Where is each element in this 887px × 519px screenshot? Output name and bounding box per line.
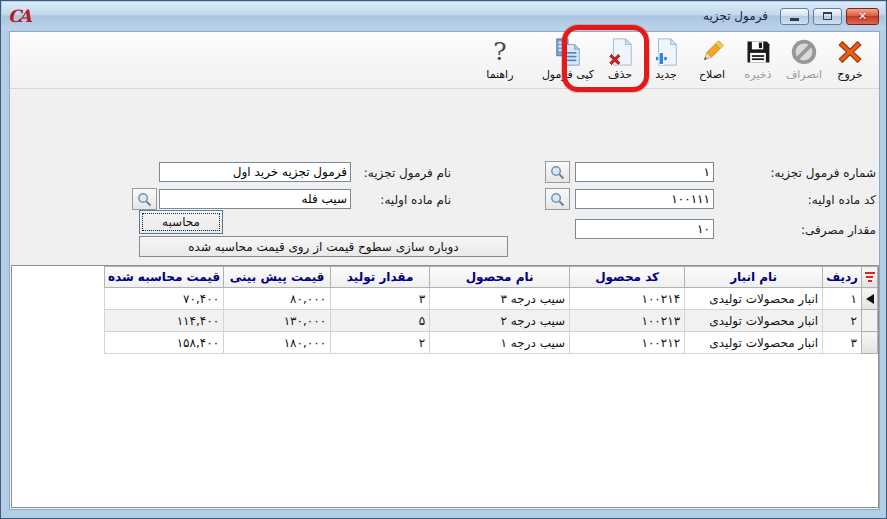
formula-name-input[interactable] [159, 162, 351, 182]
title-bar: CA فرمول تجزیه ✕ [2, 2, 885, 30]
table-cell[interactable]: ۳ [823, 332, 862, 354]
table-row[interactable]: ۲انبار محصولات تولیدی۱۰۰۲۱۳سیب درجه ۲۵۱۳… [104, 310, 877, 332]
new-page-icon [651, 35, 681, 68]
material-name-search-button[interactable] [132, 188, 157, 210]
table-cell[interactable]: ۱۳۰,۰۰۰ [224, 310, 331, 332]
exit-label: خروج [837, 68, 862, 82]
row-selector-cell[interactable] [862, 332, 878, 354]
table-cell[interactable]: انبار محصولات تولیدی [685, 288, 823, 310]
calculate-button[interactable]: محاسبه [139, 210, 223, 234]
table-row[interactable]: ۱انبار محصولات تولیدی۱۰۰۲۱۴سیب درجه ۳۳۸۰… [104, 288, 877, 310]
maximize-button[interactable] [813, 8, 842, 25]
formula-number-label: شماره فرمول تجزیه: [770, 163, 876, 183]
save-label: ذخیره [745, 68, 772, 82]
delete-button[interactable]: حذف [597, 34, 643, 89]
minimize-icon [790, 18, 799, 21]
column-header[interactable]: نام انبار [685, 267, 823, 288]
formula-number-input[interactable] [575, 162, 714, 182]
column-header[interactable]: کد محصول [570, 267, 685, 288]
help-icon: ? [493, 35, 506, 68]
dialog-body: خروج انصراف ذخیره اصلاح [9, 31, 880, 510]
table-cell[interactable]: ۱۰۰۲۱۳ [570, 310, 685, 332]
edit-button[interactable]: اصلاح [689, 34, 735, 89]
current-row-arrow-icon [866, 294, 874, 304]
table-cell[interactable]: ۱ [823, 288, 862, 310]
material-name-label: نام ماده اولیه: [380, 190, 451, 210]
table-cell[interactable]: سیب درجه ۱ [430, 332, 570, 354]
column-header[interactable]: نام محصول [430, 267, 570, 288]
row-selector-header[interactable] [862, 267, 878, 288]
material-code-input[interactable] [575, 189, 714, 209]
table-cell[interactable]: ۲ [823, 310, 862, 332]
minimize-button[interactable] [780, 8, 809, 25]
edit-label: اصلاح [699, 68, 725, 82]
material-code-label: کد ماده اولیه: [808, 190, 876, 210]
help-button[interactable]: ? راهنما [477, 34, 523, 89]
column-header[interactable]: قیمت پیش بینی [224, 267, 331, 288]
filter-icon [862, 272, 877, 282]
column-header[interactable]: مقدار تولید [331, 267, 430, 288]
table-cell[interactable]: ۵ [331, 310, 430, 332]
window-title: فرمول تجزیه [703, 9, 768, 23]
consumption-input[interactable] [575, 219, 714, 239]
search-icon [136, 191, 153, 208]
app-window: CA فرمول تجزیه ✕ خروج انصراف [0, 0, 887, 519]
search-icon [549, 164, 566, 181]
table-cell[interactable]: ۱۸۰,۰۰۰ [224, 332, 331, 354]
maximize-icon [823, 12, 832, 20]
close-button[interactable]: ✕ [846, 8, 879, 25]
pencil-icon [697, 35, 727, 68]
table-cell[interactable]: ۱۱۴,۴۰۰ [104, 310, 223, 332]
table-cell[interactable]: سیب درجه ۲ [430, 310, 570, 332]
table-cell[interactable]: ۱۵۸,۴۰۰ [104, 332, 223, 354]
results-grid: ردیفنام انبارکد محصولنام محصولمقدار تولی… [104, 266, 878, 354]
table-cell[interactable]: ۲ [331, 332, 430, 354]
table-row[interactable]: ۳انبار محصولات تولیدی۱۰۰۲۱۲سیب درجه ۱۲۱۸… [104, 332, 877, 354]
row-selector-cell[interactable] [862, 310, 878, 332]
current-row-marker-cell[interactable] [862, 288, 878, 310]
exit-icon [835, 35, 865, 68]
new-button[interactable]: جدید [643, 34, 689, 89]
close-icon: ✕ [858, 11, 867, 22]
copy-formula-label: کپی فرمول [542, 68, 594, 82]
table-cell[interactable]: ۱۰۰۲۱۴ [570, 288, 685, 310]
results-grid-container: ردیفنام انبارکد محصولنام محصولمقدار تولی… [11, 265, 879, 508]
toolbar: خروج انصراف ذخیره اصلاح [10, 32, 879, 89]
table-cell[interactable]: انبار محصولات تولیدی [685, 332, 823, 354]
save-button[interactable]: ذخیره [735, 34, 781, 89]
copy-icon [552, 35, 584, 68]
table-cell[interactable]: ۳ [331, 288, 430, 310]
consumption-label: مقدار مصرفی: [801, 220, 876, 240]
column-header[interactable]: ردیف [823, 267, 862, 288]
formula-name-label: نام فرمول تجزیه: [364, 163, 451, 183]
material-name-input[interactable] [159, 189, 351, 209]
table-cell[interactable]: انبار محصولات تولیدی [685, 310, 823, 332]
delete-page-icon [605, 35, 635, 68]
table-cell[interactable]: ۸۰,۰۰۰ [224, 288, 331, 310]
copy-formula-button[interactable]: کپی فرمول [539, 34, 597, 89]
table-cell[interactable]: ۷۰,۴۰۰ [104, 288, 223, 310]
cancel-button[interactable]: انصراف [781, 34, 827, 89]
rebuild-prices-button[interactable]: دوباره سازی سطوح قیمت از روی قیمت محاسبه… [139, 236, 508, 257]
column-header[interactable]: قیمت محاسبه شده [104, 267, 223, 288]
table-cell[interactable]: سیب درجه ۳ [430, 288, 570, 310]
cancel-label: انصراف [786, 68, 822, 82]
cancel-icon [789, 35, 819, 68]
exit-button[interactable]: خروج [827, 34, 873, 89]
ca-logo: CA [8, 8, 29, 25]
help-label: راهنما [486, 68, 513, 82]
material-code-search-button[interactable] [545, 188, 570, 210]
delete-label: حذف [608, 68, 632, 82]
grid-header-row: ردیفنام انبارکد محصولنام محصولمقدار تولی… [104, 267, 877, 288]
search-icon [549, 191, 566, 208]
formula-number-search-button[interactable] [545, 161, 570, 183]
save-icon [744, 35, 772, 68]
table-cell[interactable]: ۱۰۰۲۱۲ [570, 332, 685, 354]
new-label: جدید [655, 68, 676, 82]
